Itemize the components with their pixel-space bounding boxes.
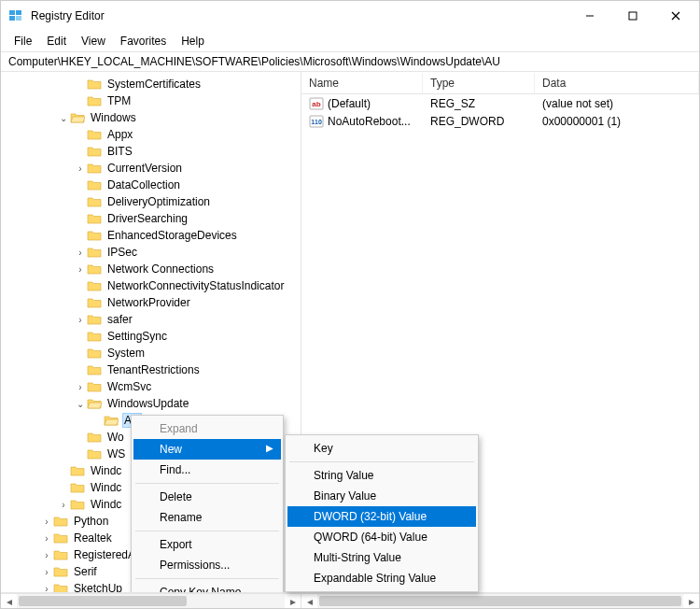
chevron-right-icon[interactable]: ›	[74, 163, 87, 174]
chevron-down-icon[interactable]: ⌄	[74, 399, 87, 409]
menu-edit[interactable]: Edit	[39, 32, 74, 50]
menu-file[interactable]: File	[7, 32, 39, 50]
tree-label: NetworkProvider	[107, 296, 190, 309]
tree-node[interactable]: · TPM	[1, 92, 301, 109]
folder-icon	[104, 414, 119, 427]
tree-label: DataCollection	[107, 178, 180, 191]
tree-label: System	[107, 347, 145, 360]
svg-rect-1	[16, 10, 21, 15]
chevron-blank: ·	[74, 130, 87, 140]
tree-node[interactable]: · DriverSearching	[1, 210, 301, 227]
minimize-button[interactable]	[568, 2, 611, 30]
folder-icon	[53, 531, 68, 545]
tree-node[interactable]: · DataCollection	[1, 177, 301, 193]
tree-node[interactable]: · NetworkConnectivityStatusIndicator	[1, 277, 301, 294]
tree-pane[interactable]: · SystemCertificates· TPM⌄ Windows· Appx…	[1, 72, 301, 592]
horizontal-scrollbar[interactable]: ◂ ▸ ◂ ▸	[1, 593, 699, 608]
tree-node[interactable]: · SettingSync	[1, 328, 301, 345]
address-bar[interactable]: Computer\HKEY_LOCAL_MACHINE\SOFTWARE\Pol…	[1, 51, 699, 72]
menu-item[interactable]: Find...	[133, 460, 281, 480]
list-row[interactable]: ab(Default)REG_SZ(value not set)	[301, 94, 699, 112]
chevron-right-icon[interactable]: ›	[40, 567, 53, 577]
tree-label: DeliveryOptimization	[107, 195, 210, 208]
folder-icon	[53, 565, 68, 578]
tree-label: TPM	[107, 94, 131, 107]
folder-icon	[87, 128, 102, 141]
col-data[interactable]: Data	[535, 73, 699, 93]
chevron-right-icon[interactable]: ›	[40, 517, 53, 527]
value-type: REG_DWORD	[427, 115, 539, 128]
menu-item[interactable]: Rename	[133, 507, 281, 528]
scroll-right-icon[interactable]: ▸	[683, 594, 699, 608]
menu-item-label: Binary Value	[314, 489, 376, 503]
chevron-blank: ·	[57, 483, 70, 493]
menu-item[interactable]: Key	[287, 438, 476, 459]
chevron-blank: ·	[74, 281, 87, 291]
chevron-right-icon[interactable]: ›	[40, 584, 53, 593]
menu-item[interactable]: New▶	[133, 439, 281, 460]
chevron-right-icon[interactable]: ›	[74, 248, 87, 258]
tree-node[interactable]: › safer	[1, 311, 301, 328]
menu-item[interactable]: Expandable String Value	[287, 568, 476, 588]
tree-label: Serif	[74, 565, 97, 578]
menu-item-label: Rename	[160, 511, 202, 524]
tree-node[interactable]: ⌄ WindowsUpdate	[1, 395, 301, 412]
scroll-left-icon[interactable]: ◂	[301, 594, 317, 608]
chevron-down-icon[interactable]: ⌄	[57, 113, 70, 123]
scroll-right-icon[interactable]: ▸	[285, 594, 301, 608]
menu-item[interactable]: Permissions...	[133, 555, 281, 575]
close-button[interactable]	[654, 2, 697, 30]
svg-text:110: 110	[311, 119, 322, 125]
menu-item[interactable]: Multi-String Value	[287, 547, 476, 568]
tree-label: BITS	[107, 145, 133, 158]
col-type[interactable]: Type	[423, 73, 535, 93]
list-row[interactable]: 110NoAutoReboot...REG_DWORD0x00000001 (1…	[301, 112, 699, 130]
chevron-right-icon[interactable]: ›	[74, 315, 87, 325]
maximize-button[interactable]	[611, 2, 654, 30]
folder-icon	[70, 481, 85, 494]
folder-icon	[87, 363, 102, 376]
menu-item[interactable]: String Value	[287, 465, 476, 486]
tree-node[interactable]: · EnhancedStorageDevices	[1, 227, 301, 244]
tree-node[interactable]: ⌄ Windows	[1, 109, 301, 126]
tree-node[interactable]: · TenantRestrictions	[1, 361, 301, 378]
scroll-left-icon[interactable]: ◂	[1, 594, 17, 608]
tree-node[interactable]: · BITS	[1, 143, 301, 160]
menu-item[interactable]: Delete	[133, 487, 281, 507]
tree-node[interactable]: · SystemCertificates	[1, 76, 301, 92]
tree-node[interactable]: · Appx	[1, 126, 301, 143]
chevron-right-icon[interactable]: ›	[40, 533, 53, 544]
menu-item[interactable]: DWORD (32-bit) Value	[287, 506, 476, 527]
menu-item: Expand	[133, 418, 281, 439]
folder-icon	[87, 296, 102, 309]
menu-favorites[interactable]: Favorites	[113, 32, 174, 50]
tree-label: CurrentVersion	[107, 162, 182, 175]
svg-rect-2	[9, 16, 15, 21]
chevron-right-icon[interactable]: ›	[57, 500, 70, 510]
menu-view[interactable]: View	[74, 32, 113, 50]
chevron-right-icon[interactable]: ›	[74, 264, 87, 275]
folder-icon	[70, 464, 85, 477]
chevron-blank: ·	[74, 180, 87, 191]
col-name[interactable]: Name	[301, 73, 423, 93]
svg-rect-0	[9, 10, 15, 15]
tree-node[interactable]: · System	[1, 345, 301, 361]
menu-item[interactable]: Export	[133, 534, 281, 555]
menu-separator	[135, 531, 279, 531]
tree-node[interactable]: › WcmSvc	[1, 378, 301, 395]
tree-node[interactable]: › CurrentVersion	[1, 160, 301, 177]
tree-node[interactable]: · DeliveryOptimization	[1, 193, 301, 210]
menu-help[interactable]: Help	[174, 32, 212, 50]
folder-icon	[87, 78, 102, 91]
menu-item[interactable]: Copy Key Name	[133, 582, 281, 592]
window-title: Registry Editor	[31, 9, 568, 22]
tree-node[interactable]: › IPSec	[1, 244, 301, 261]
chevron-right-icon[interactable]: ›	[40, 550, 53, 560]
tree-node[interactable]: · NetworkProvider	[1, 294, 301, 311]
menu-item[interactable]: Binary Value	[287, 486, 476, 506]
menu-item-label: Expand	[160, 422, 198, 435]
tree-node[interactable]: › Network Connections	[1, 261, 301, 277]
folder-icon	[87, 262, 102, 276]
menu-item[interactable]: QWORD (64-bit) Value	[287, 527, 476, 547]
chevron-right-icon[interactable]: ›	[74, 382, 87, 392]
